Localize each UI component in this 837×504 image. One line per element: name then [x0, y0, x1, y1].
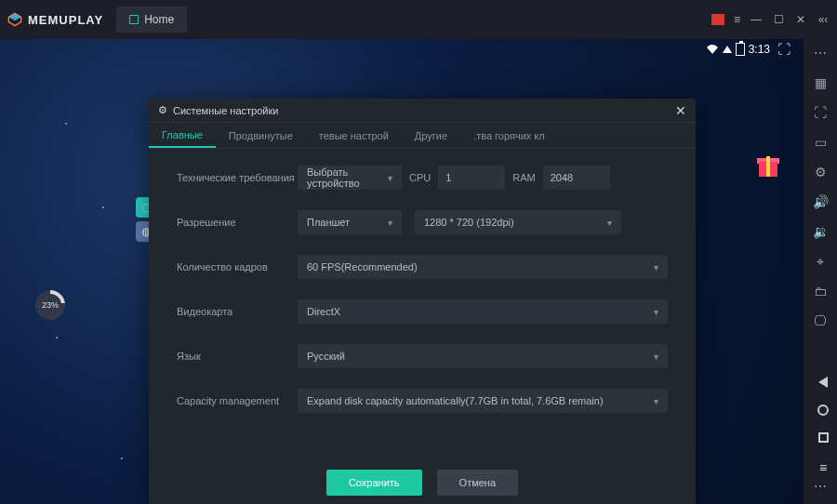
gpu-label: Видеокарта: [177, 306, 298, 317]
dialog-tabs: Главные Продвинутые тевые настрой Другие…: [149, 123, 696, 149]
fps-select[interactable]: 60 FPS(Recommended)▾: [298, 255, 668, 279]
chevron-down-icon: ▾: [654, 307, 658, 317]
signal-icon: [723, 46, 732, 53]
svg-marker-1: [8, 13, 20, 20]
folder-icon[interactable]: 🗀: [812, 283, 829, 299]
notification-icon[interactable]: [711, 14, 724, 25]
brand-text: MEMUPLAY: [28, 13, 103, 27]
gpu-select[interactable]: DirectX▾: [298, 299, 668, 324]
dialog-footer: Сохранить Отмена: [149, 458, 696, 504]
options-icon[interactable]: ⋯: [812, 45, 829, 61]
chevron-down-icon: ▾: [607, 218, 612, 228]
chevron-down-icon: ▾: [654, 351, 658, 362]
emulator-viewport: 3:13 ⛶ ◌ ◍ 23% ⚙ Системные настройки ✕ Г…: [0, 39, 837, 504]
window-icon[interactable]: ▭: [812, 134, 829, 151]
dialog-body: Технические требования Выбрать устройств…: [149, 149, 696, 458]
memu-logo-icon: [7, 12, 22, 27]
resolution-label: Разрешение: [177, 217, 298, 228]
ram-label: RAM: [512, 172, 535, 183]
app-logo: MEMUPLAY: [7, 12, 103, 27]
sidebar-toggle-icon[interactable]: «‹: [817, 13, 830, 26]
capacity-label: Capacity management: [177, 395, 298, 406]
cpu-label: CPU: [409, 172, 431, 183]
tab-home[interactable]: Home: [116, 7, 187, 33]
location-icon[interactable]: ⌖: [812, 253, 829, 270]
dialog-close-button[interactable]: ✕: [675, 103, 686, 118]
dialog-title: Системные настройки: [173, 105, 278, 116]
lang-label: Язык: [177, 351, 298, 362]
wifi-icon: [706, 44, 719, 55]
menu-icon[interactable]: ≡: [734, 13, 740, 26]
lang-select[interactable]: Русский▾: [298, 344, 668, 368]
system-settings-dialog: ⚙ Системные настройки ✕ Главные Продвину…: [149, 99, 696, 504]
titlebar: MEMUPLAY Home ≡ — ☐ ✕ «‹: [0, 0, 837, 39]
app-window: MEMUPLAY Home ≡ — ☐ ✕ «‹ 3:13 ⛶: [0, 0, 837, 504]
fps-label: Количество кадров: [177, 261, 298, 272]
home-icon: [129, 15, 139, 24]
tab-main[interactable]: Главные: [149, 123, 216, 148]
progress-indicator[interactable]: 23%: [35, 290, 65, 320]
ram-input[interactable]: [543, 166, 610, 190]
home-button[interactable]: [817, 405, 829, 416]
fullscreen-icon[interactable]: ⛶: [812, 104, 829, 121]
capacity-select[interactable]: Expand disk capacity automatically(7.7GB…: [298, 389, 668, 413]
tab-network[interactable]: тевые настрой: [306, 123, 402, 148]
gear-icon: ⚙: [158, 104, 167, 116]
progress-value: 23%: [39, 294, 61, 316]
gift-icon[interactable]: [755, 151, 781, 177]
status-time: 3:13: [749, 43, 770, 56]
tab-hotkeys[interactable]: .тва горячих кл: [460, 123, 558, 148]
recent-button[interactable]: [818, 432, 829, 443]
android-status-bar: 3:13 ⛶: [706, 39, 796, 60]
cancel-button[interactable]: Отмена: [437, 470, 518, 496]
chevron-down-icon: ▾: [654, 396, 658, 406]
settings-icon[interactable]: ⚙: [812, 164, 829, 180]
resolution-mode-select[interactable]: Планшет▾: [298, 210, 402, 234]
resolution-value-select[interactable]: 1280 * 720 (192dpi)▾: [415, 210, 621, 234]
tab-home-label: Home: [144, 13, 174, 26]
right-toolbar: ⋯ ▦ ⛶ ▭ ⚙ 🔊 🔉 ⌖ 🗀 🖵 ⋯ ≡: [804, 39, 837, 504]
fullscreen-exit-icon[interactable]: ⛶: [777, 42, 790, 57]
cpu-input[interactable]: [438, 166, 505, 190]
more-icon[interactable]: ⋯: [812, 478, 829, 495]
nav-more-icon[interactable]: ≡: [815, 459, 831, 476]
screenshot-icon[interactable]: 🖵: [812, 312, 829, 329]
dialog-header: ⚙ Системные настройки ✕: [149, 99, 696, 123]
android-nav-buttons: ≡: [815, 377, 831, 476]
battery-icon: [736, 43, 745, 56]
volume-down-icon[interactable]: 🔉: [812, 223, 829, 240]
minimize-button[interactable]: —: [750, 13, 763, 26]
device-select[interactable]: Выбрать устройство▾: [298, 166, 402, 190]
chevron-down-icon: ▾: [388, 173, 392, 183]
maximize-button[interactable]: ☐: [772, 13, 785, 26]
back-button[interactable]: [818, 377, 828, 388]
chevron-down-icon: ▾: [654, 262, 658, 272]
window-controls: ≡ — ☐ ✕ «‹: [711, 13, 830, 26]
chevron-down-icon: ▾: [388, 218, 392, 228]
grid-icon[interactable]: ▦: [812, 74, 829, 91]
close-button[interactable]: ✕: [794, 13, 807, 26]
save-button[interactable]: Сохранить: [326, 470, 422, 496]
volume-up-icon[interactable]: 🔊: [812, 193, 829, 210]
tab-other[interactable]: Другие: [402, 123, 460, 148]
tech-req-label: Технические требования: [177, 172, 298, 183]
tab-advanced[interactable]: Продвинутые: [216, 123, 306, 148]
